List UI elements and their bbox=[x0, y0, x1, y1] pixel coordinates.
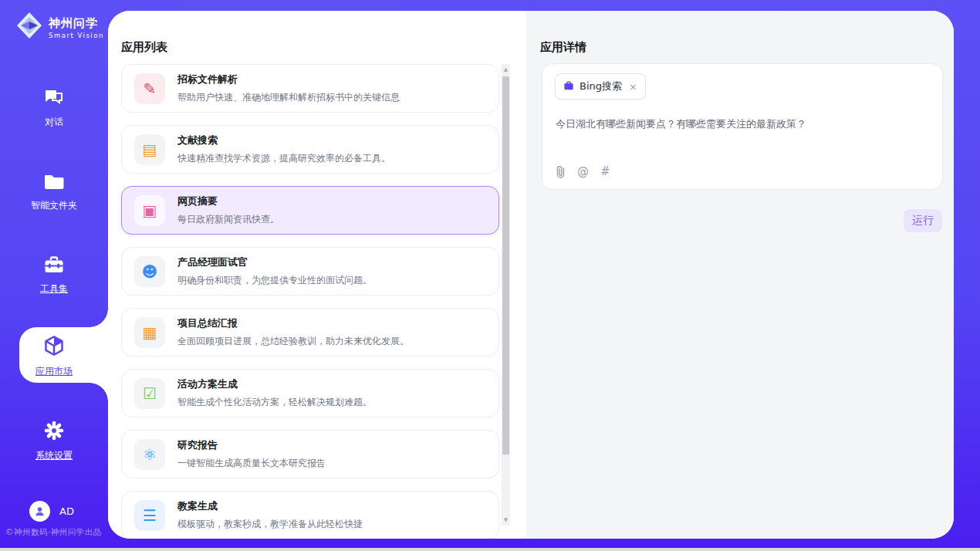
browser-code-icon: ▣ bbox=[134, 195, 165, 226]
sidebar-item-label: 系统设置 bbox=[0, 449, 108, 462]
copyright-text: ©神州数码·神州问学出品 bbox=[5, 527, 102, 538]
sidebar-item-chat[interactable]: 对话 bbox=[0, 88, 108, 129]
folder-icon bbox=[0, 173, 108, 194]
app-logo: 神州问学 Smart Vision bbox=[15, 11, 104, 43]
books-icon: ☰ bbox=[134, 500, 165, 531]
interviewer-icon: ☻ bbox=[134, 256, 165, 287]
app-list-title: 应用列表 bbox=[121, 40, 167, 55]
sidebar-item-label: 工具集 bbox=[0, 282, 108, 296]
app-title: 研究报告 bbox=[177, 438, 326, 452]
query-input[interactable]: 今日湖北有哪些新闻要点？有哪些需要关注的最新政策？ bbox=[556, 117, 926, 131]
tool-chip-label: Bing搜索 bbox=[580, 79, 622, 93]
app-card[interactable]: ☑ 活动方案生成 智能生成个性化活动方案，轻松解决规划难题。 bbox=[121, 369, 499, 417]
user-name: AD bbox=[59, 505, 74, 517]
app-detail-panel: 应用详情 Bing搜索 × 今日湖北有哪些新闻要点？有哪些需要关注的最新政策？ bbox=[526, 11, 954, 539]
input-toolbar: @ # bbox=[556, 164, 610, 178]
user-account[interactable]: AD bbox=[29, 501, 74, 522]
app-title: 文献搜索 bbox=[177, 134, 390, 147]
prompt-card: Bing搜索 × 今日湖北有哪些新闻要点？有哪些需要关注的最新政策？ @ # bbox=[542, 63, 943, 190]
bubble-notch-bottom bbox=[90, 383, 108, 401]
main-content: 应用列表 ✎ 招标文件解析 帮助用户快速、准确地理解和解析招标书中的关键信息 ▤… bbox=[108, 11, 954, 539]
app-title: 网页摘要 bbox=[177, 194, 279, 208]
sidebar: 神州问学 Smart Vision 对话 智能文件夹 bbox=[0, 0, 108, 548]
app-list-panel: 应用列表 ✎ 招标文件解析 帮助用户快速、准确地理解和解析招标书中的关键信息 ▤… bbox=[108, 11, 526, 539]
sidebar-item-settings[interactable]: 系统设置 bbox=[0, 420, 108, 462]
cube-icon bbox=[0, 334, 108, 360]
run-button[interactable]: 运行 bbox=[904, 209, 942, 232]
gear-icon bbox=[0, 420, 108, 445]
app-desc: 一键智能生成高质量长文本研究报告 bbox=[177, 457, 326, 470]
app-desc: 每日政府新闻资讯快查。 bbox=[177, 213, 279, 226]
app-title: 教案生成 bbox=[177, 499, 363, 513]
app-window: 神州问学 Smart Vision 对话 智能文件夹 bbox=[0, 0, 980, 548]
app-card[interactable]: ☰ 教案生成 模板驱动，教案秒成，教学准备从此轻松快捷 bbox=[121, 491, 499, 539]
clipboard-check-icon: ☑ bbox=[134, 378, 165, 409]
sidebar-item-app-market[interactable]: 应用市场 bbox=[0, 334, 108, 378]
app-desc: 快速精准查找学术资源，提高研究效率的必备工具。 bbox=[177, 152, 390, 165]
calendar-icon: ▦ bbox=[134, 317, 165, 348]
app-card[interactable]: ⚛ 研究报告 一键智能生成高质量长文本研究报告 bbox=[121, 430, 499, 478]
sidebar-item-toolset[interactable]: 工具集 bbox=[0, 255, 108, 296]
app-card[interactable]: ✎ 招标文件解析 帮助用户快速、准确地理解和解析招标书中的关键信息 bbox=[121, 64, 499, 113]
app-card[interactable]: ▤ 文献搜索 快速精准查找学术资源，提高研究效率的必备工具。 bbox=[121, 125, 499, 174]
sidebar-item-label: 应用市场 bbox=[0, 365, 108, 378]
scrollbar-thumb[interactable] bbox=[502, 76, 509, 455]
person-icon bbox=[34, 505, 46, 517]
briefcase-icon bbox=[563, 79, 574, 94]
sidebar-item-smart-folder[interactable]: 智能文件夹 bbox=[0, 173, 108, 212]
tool-chip-bing-search[interactable]: Bing搜索 × bbox=[555, 73, 646, 100]
paperclip-icon[interactable] bbox=[556, 165, 566, 178]
avatar bbox=[29, 501, 50, 522]
topic-icon[interactable]: # bbox=[600, 164, 610, 178]
app-desc: 智能生成个性化活动方案，轻松解决规划难题。 bbox=[177, 396, 372, 409]
app-desc: 全面回顾项目进展，总结经验教训，助力未来优化发展。 bbox=[177, 335, 409, 348]
book-icon: ▤ bbox=[134, 134, 165, 165]
app-title: 招标文件解析 bbox=[177, 73, 400, 86]
logo-subtitle: Smart Vision bbox=[49, 32, 104, 39]
sidebar-item-label: 对话 bbox=[0, 116, 108, 129]
scroll-down-icon[interactable]: ▼ bbox=[502, 515, 510, 526]
logo-diamond-icon bbox=[15, 11, 43, 43]
app-detail-title: 应用详情 bbox=[540, 40, 586, 55]
edit-doc-icon: ✎ bbox=[134, 73, 165, 104]
app-title: 活动方案生成 bbox=[177, 377, 372, 391]
bubble-notch-top bbox=[90, 309, 108, 327]
app-title: 产品经理面试官 bbox=[177, 255, 372, 269]
app-title: 项目总结汇报 bbox=[177, 316, 409, 330]
app-desc: 帮助用户快速、准确地理解和解析招标书中的关键信息 bbox=[177, 91, 400, 104]
sidebar-item-label: 智能文件夹 bbox=[0, 199, 108, 212]
app-card[interactable]: ▣ 网页摘要 每日政府新闻资讯快查。 bbox=[121, 186, 499, 235]
mention-icon[interactable]: @ bbox=[577, 164, 589, 178]
app-card-list: ✎ 招标文件解析 帮助用户快速、准确地理解和解析招标书中的关键信息 ▤ 文献搜索… bbox=[121, 64, 499, 539]
list-scrollbar[interactable]: ▲ ▼ bbox=[502, 64, 510, 526]
app-desc: 模板驱动，教案秒成，教学准备从此轻松快捷 bbox=[177, 518, 363, 531]
app-desc: 明确身份和职责，为您提供专业性的面试问题。 bbox=[177, 274, 372, 287]
app-card[interactable]: ▦ 项目总结汇报 全面回顾项目进展，总结经验教训，助力未来优化发展。 bbox=[121, 308, 499, 357]
scroll-up-icon[interactable]: ▲ bbox=[502, 64, 510, 75]
app-card[interactable]: ☻ 产品经理面试官 明确身份和职责，为您提供专业性的面试问题。 bbox=[121, 247, 499, 296]
chat-icon bbox=[0, 88, 108, 111]
microscope-icon: ⚛ bbox=[134, 439, 165, 470]
toolbox-icon bbox=[0, 255, 108, 278]
logo-title: 神州问学 bbox=[49, 16, 98, 30]
close-icon[interactable]: × bbox=[629, 81, 637, 93]
